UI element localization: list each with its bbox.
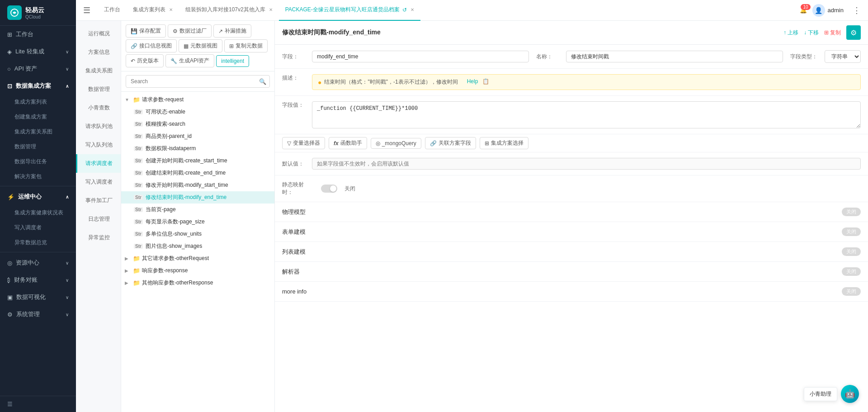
assistant-avatar[interactable]: 🤖 [841, 385, 859, 403]
tree-node-modify-end[interactable]: Str 修改结束时间戳-modify_end_time [121, 191, 274, 204]
copy-action[interactable]: ⊞ 复制 [824, 29, 841, 37]
down-action[interactable]: ↓ 下移 [804, 29, 819, 37]
assistant-label: 小青助理 [810, 391, 831, 397]
search-input[interactable] [126, 75, 270, 88]
tab-integration-list[interactable]: 集成方案列表 ✕ [127, 0, 179, 21]
topbar-dots[interactable]: ⋮ [853, 5, 861, 15]
data-filter-button[interactable]: ⚙ 数据过滤厂 [168, 24, 212, 38]
tree-node-create-start[interactable]: Str 创建开始时间戳-create_start_time [121, 155, 274, 167]
solution-select-button[interactable]: ⊞ 集成方案选择 [480, 137, 528, 149]
tab-package-close[interactable]: ✕ [410, 7, 414, 12]
sidebar-item-dataviz[interactable]: ▣ 数据可视化 ∨ [0, 289, 76, 306]
list-model-toggle[interactable]: 关闭 [842, 247, 861, 256]
left-nav-abnormal-monitor[interactable]: 异常监控 [76, 228, 121, 247]
sidebar-item-integration-list[interactable]: 集成方案列表 [0, 95, 76, 109]
sidebar-bottom[interactable]: ☰ [0, 396, 76, 412]
left-nav-write-debugger[interactable]: 写入调度者 [76, 173, 121, 191]
name-input[interactable] [566, 51, 783, 62]
up-action[interactable]: ↑ 上移 [783, 29, 798, 37]
tree-node-isdataperm[interactable]: Str 数据权限-isdataperm [121, 142, 274, 155]
interface-info-button[interactable]: 🔗 接口信息视图 [126, 39, 177, 52]
notification-btn[interactable]: 🔔 10 [800, 7, 807, 14]
tab-integration-list-close[interactable]: ✕ [169, 7, 173, 12]
tree-node-page[interactable]: Str 当前页-page [121, 204, 274, 216]
copy-data-button[interactable]: ⊞ 复制元数据 [224, 39, 268, 52]
related-field-button[interactable]: 🔗 关联方案字段 [425, 137, 476, 149]
assistant-button[interactable]: 小青助理 [804, 387, 837, 401]
tree-node-response[interactable]: ▶ 📁 响应参数-response [121, 265, 274, 277]
history-button[interactable]: ↶ 历史版本 [126, 54, 164, 67]
tab-workspace[interactable]: 工作台 [98, 0, 127, 21]
tree-node-enable[interactable]: Str 可用状态-enable [121, 106, 274, 118]
left-nav-overview[interactable]: 运行概况 [76, 24, 121, 43]
tab-package[interactable]: PACKAGE-全缘云星辰物料写入旺店通货品档案 ↺ ✕ [279, 0, 420, 21]
help-link[interactable]: Help [467, 78, 478, 85]
left-nav-data-mgmt[interactable]: 数据管理 [76, 80, 121, 99]
save-config-button[interactable]: 💾 保存配置 [126, 24, 166, 38]
settings-button[interactable]: ⚙ [846, 25, 861, 40]
tree-node-show-units[interactable]: Str 多单位信息-show_units [121, 228, 274, 240]
physical-model-toggle[interactable]: 关闭 [842, 208, 861, 216]
tab-unpack-close[interactable]: ✕ [269, 7, 273, 12]
sidebar-item-abnormal[interactable]: 异常数据总览 [0, 235, 76, 250]
left-nav-request-queue[interactable]: 请求队列池 [76, 117, 121, 136]
static-map-toggle[interactable] [321, 185, 337, 193]
sidebar-label-ops: 运维中心 [18, 193, 42, 201]
tab-unpack[interactable]: 组装拆卸入库对接107v2其他入库 ✕ [179, 0, 279, 21]
sidebar-item-integration-relation[interactable]: 集成方案关系图 [0, 124, 76, 139]
sidebar-item-api[interactable]: ○ API 资产 ∨ [0, 60, 76, 77]
type-select[interactable]: 字符串 数字 布尔 [825, 50, 861, 63]
topbar-menu-icon[interactable]: ☰ [83, 5, 90, 15]
tree-node-parent-id[interactable]: Str 商品类别-parent_id [121, 130, 274, 142]
field-value-input[interactable]: _function {{CURRENT_TIME}}*1000 [312, 101, 861, 128]
sidebar-item-health[interactable]: 集成方案健康状况表 [0, 205, 76, 220]
assistant-icon: 🤖 [845, 389, 855, 399]
sidebar-item-data-integration[interactable]: ⊡ 数据集成方案 ∧ [0, 77, 76, 95]
copy-desc-icon[interactable]: 📋 [482, 78, 489, 85]
sidebar-item-lite[interactable]: ◈ Lite 轻集成 ∨ [0, 43, 76, 60]
tree-node-other-request[interactable]: ▶ 📁 其它请求参数-otherRequest [121, 252, 274, 265]
field-input[interactable] [312, 51, 529, 62]
func-helper-button[interactable]: fx 函数助手 [329, 137, 367, 149]
tree-node-request-params[interactable]: ▼ 📁 请求参数-request [121, 94, 274, 106]
search-icon[interactable]: 🔍 [259, 78, 266, 85]
left-nav-xq-count[interactable]: 小青查数 [76, 99, 121, 117]
tree-node-other-response[interactable]: ▶ 📁 其他响应参数-otherResponse [121, 277, 274, 289]
sidebar-item-write-debugger[interactable]: 写入调度者 [0, 220, 76, 235]
sidebar-item-data-export[interactable]: 数据导出任务 [0, 154, 76, 169]
tree-label-search: 模糊搜索-search [146, 120, 271, 128]
sidebar-item-data-mgmt[interactable]: 数据管理 [0, 139, 76, 154]
tab-package-refresh[interactable]: ↺ [402, 7, 407, 13]
tree-node-show-images[interactable]: Str 图片信息-show_images [121, 240, 274, 252]
left-nav-plan-info[interactable]: 方案信息 [76, 43, 121, 62]
sidebar-item-finance[interactable]: ₿ 财务对账 ∨ [0, 271, 76, 289]
supplement-button[interactable]: ↗ 补漏措施 [213, 24, 251, 38]
var-selector-button[interactable]: ▽ 变量选择器 [282, 137, 325, 149]
left-nav-event-factory[interactable]: 事件加工厂 [76, 191, 121, 210]
left-nav-integration-map[interactable]: 集成关系图 [76, 62, 121, 80]
tree-node-modify-start[interactable]: Str 修改开始时间戳-modify_start_time [121, 179, 274, 191]
gen-api-button[interactable]: 🔧 生成API资产 [165, 54, 214, 67]
sidebar-label-data-integration: 数据集成方案 [16, 82, 51, 90]
sidebar-item-solution-package[interactable]: 解决方案包 [0, 169, 76, 184]
intelligent-button[interactable]: intelligent [216, 55, 249, 67]
sidebar-item-resource[interactable]: ◎ 资源中心 ∨ [0, 254, 76, 271]
tree-node-page-size[interactable]: Str 每页显示条数-page_size [121, 216, 274, 228]
parser-toggle[interactable]: 关闭 [842, 267, 861, 276]
sidebar-item-ops[interactable]: ⚡ 运维中心 ∧ [0, 188, 76, 205]
tree-node-search[interactable]: Str 模糊搜索-search [121, 118, 274, 130]
left-nav-write-queue[interactable]: 写入队列池 [76, 136, 121, 154]
sidebar-item-system[interactable]: ⚙ 系统管理 ∨ [0, 306, 76, 323]
tree-node-create-end[interactable]: Str 创建结束时间戳-create_end_time [121, 167, 274, 179]
more-info-toggle[interactable]: 关闭 [842, 287, 861, 296]
meta-view-button[interactable]: ▦ 元数据视图 [179, 39, 222, 52]
sidebar-item-create-integration[interactable]: 创建集成方案 [0, 109, 76, 124]
workspace-icon: ⊞ [7, 31, 12, 38]
left-nav-request-debugger[interactable]: 请求调度者 [76, 154, 121, 173]
sidebar-item-workspace[interactable]: ⊞ 工作台 [0, 26, 76, 43]
mongo-query-button[interactable]: ◎ _mongoQuery [371, 138, 421, 149]
admin-info[interactable]: 👤 admin [812, 4, 844, 17]
default-input[interactable] [312, 158, 861, 170]
form-model-toggle[interactable]: 关闭 [842, 227, 861, 236]
left-nav-log-mgmt[interactable]: 日志管理 [76, 210, 121, 228]
